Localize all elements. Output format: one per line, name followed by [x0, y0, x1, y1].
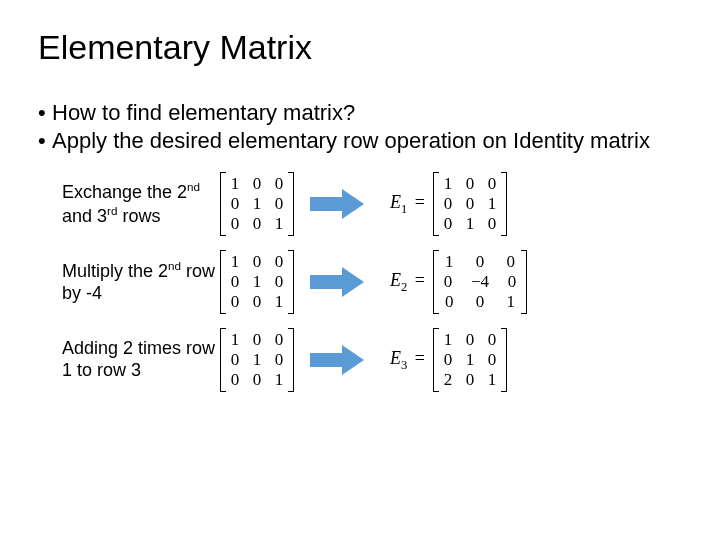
- bullet-item: Apply the desired elementary row operati…: [38, 127, 682, 155]
- matrix-cell: 1: [252, 272, 262, 292]
- matrix-cell: 0: [487, 174, 497, 194]
- matrix-cell: 1: [487, 370, 497, 390]
- matrix-cell: 0: [230, 194, 240, 214]
- matrix-cell: 0: [475, 252, 485, 272]
- matrix-cell: 0: [443, 350, 453, 370]
- matrix-cell: 0: [252, 174, 262, 194]
- matrix-cell: 0: [274, 330, 284, 350]
- matrix-cell: 1: [443, 330, 453, 350]
- matrix-cell: 1: [487, 194, 497, 214]
- matrix-cell: 1: [274, 370, 284, 390]
- matrix-cell: 0: [274, 272, 284, 292]
- matrix-cell: 0: [252, 330, 262, 350]
- matrix: 100010201: [433, 328, 507, 392]
- matrix-cell: 0: [230, 292, 240, 312]
- matrix-cell: 1: [252, 194, 262, 214]
- svg-marker-2: [310, 345, 364, 375]
- result-label: E3 =: [390, 348, 425, 373]
- bullet-item: How to find elementary matrix?: [38, 99, 682, 127]
- matrix-cell: 0: [274, 350, 284, 370]
- matrix-cell: 0: [252, 292, 262, 312]
- svg-marker-1: [310, 267, 364, 297]
- matrix-cell: 0: [444, 292, 454, 312]
- result-label: E1 =: [390, 192, 425, 217]
- bullet-list: How to find elementary matrix? Apply the…: [38, 99, 682, 154]
- matrix-cell: 1: [252, 350, 262, 370]
- matrix-cell: 1: [230, 174, 240, 194]
- result-label: E2 =: [390, 270, 425, 295]
- matrix-cell: 1: [444, 252, 454, 272]
- matrix-cell: 0: [465, 370, 475, 390]
- matrix-cell: 1: [274, 292, 284, 312]
- matrix-cell: 0: [507, 272, 517, 292]
- matrix-cell: 2: [443, 370, 453, 390]
- arrow-icon: [310, 187, 366, 221]
- matrix-cell: 0: [443, 194, 453, 214]
- matrix-cell: 0: [252, 370, 262, 390]
- matrix-cell: 1: [465, 214, 475, 234]
- example-description: Adding 2 times row 1 to row 3: [38, 338, 216, 381]
- matrix-cell: 0: [274, 252, 284, 272]
- matrix-cell: 0: [465, 330, 475, 350]
- matrix-cell: 0: [487, 214, 497, 234]
- matrix-cell: −4: [471, 272, 489, 292]
- matrix-cell: 0: [252, 214, 262, 234]
- matrix: 1000−40001: [433, 250, 527, 314]
- matrix-cell: 1: [465, 350, 475, 370]
- matrix-cell: 0: [252, 252, 262, 272]
- matrix-cell: 0: [475, 292, 485, 312]
- matrix-cell: 0: [230, 272, 240, 292]
- slide-title: Elementary Matrix: [38, 28, 682, 67]
- matrix-cell: 1: [230, 252, 240, 272]
- example-row: Multiply the 2nd row by -4100010001E2 =1…: [38, 250, 682, 314]
- matrix-cell: 1: [230, 330, 240, 350]
- examples-container: Exchange the 2nd and 3rd rows100010001E1…: [38, 172, 682, 392]
- example-description: Exchange the 2nd and 3rd rows: [38, 180, 216, 227]
- example-row: Exchange the 2nd and 3rd rows100010001E1…: [38, 172, 682, 236]
- matrix-cell: 0: [506, 252, 516, 272]
- matrix-cell: 0: [487, 350, 497, 370]
- matrix-cell: 0: [465, 194, 475, 214]
- matrix-cell: 0: [443, 272, 453, 292]
- arrow-icon: [310, 265, 366, 299]
- matrix: 100001010: [433, 172, 507, 236]
- matrix-cell: 0: [230, 370, 240, 390]
- matrix-cell: 0: [230, 350, 240, 370]
- example-description: Multiply the 2nd row by -4: [38, 259, 216, 304]
- arrow-icon: [310, 343, 366, 377]
- matrix-cell: 1: [443, 174, 453, 194]
- matrix-cell: 0: [487, 330, 497, 350]
- svg-marker-0: [310, 189, 364, 219]
- matrix: 100010001: [220, 250, 294, 314]
- matrix-cell: 0: [465, 174, 475, 194]
- matrix-cell: 1: [506, 292, 516, 312]
- matrix-cell: 0: [274, 174, 284, 194]
- matrix-cell: 1: [274, 214, 284, 234]
- matrix: 100010001: [220, 172, 294, 236]
- matrix-cell: 0: [230, 214, 240, 234]
- example-row: Adding 2 times row 1 to row 3100010001E3…: [38, 328, 682, 392]
- matrix-cell: 0: [443, 214, 453, 234]
- matrix-cell: 0: [274, 194, 284, 214]
- matrix: 100010001: [220, 328, 294, 392]
